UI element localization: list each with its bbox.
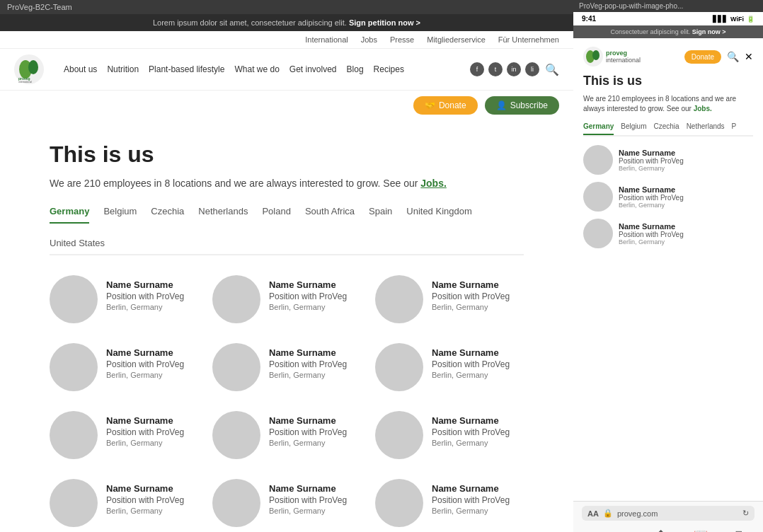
bookmarks-button[interactable]: 📖 — [689, 526, 712, 532]
mobile-member-0: Name Surname Position with ProVeg Berlin… — [583, 145, 753, 175]
member-info: Name Surname Position with ProVeg Berlin… — [269, 479, 347, 515]
nav-plant[interactable]: Plant-based lifestyle — [149, 64, 224, 74]
twitter-icon[interactable]: t — [488, 62, 503, 76]
secondary-nav-item-unternehmen[interactable]: Für Unternehmen — [498, 35, 559, 44]
linkedin-icon[interactable]: li — [525, 62, 539, 76]
mobile-banner: Consectetuer adipiscing elit. Sign now > — [573, 25, 763, 38]
url-display[interactable]: proveg.com — [617, 509, 738, 518]
mobile-member-location: Berlin, Germany — [619, 165, 684, 172]
member-info: Name Surname Position with ProVeg Berlin… — [106, 343, 184, 379]
subscribe-icon: 👤 — [496, 100, 507, 110]
nav-get[interactable]: Get involved — [289, 64, 337, 74]
tab-belgium[interactable]: Belgium — [103, 206, 137, 224]
avatar — [375, 411, 423, 459]
tab-poland[interactable]: Poland — [262, 206, 290, 224]
facebook-icon[interactable]: f — [470, 62, 484, 76]
member-name: Name Surname — [106, 483, 184, 494]
search-icon[interactable]: 🔍 — [545, 63, 559, 76]
member-location: Berlin, Germany — [269, 303, 347, 311]
member-info: Name Surname Position with ProVeg Berlin… — [106, 479, 184, 515]
member-location: Berlin, Germany — [269, 507, 347, 515]
tab-netherlands[interactable]: Netherlands — [198, 206, 248, 224]
mobile-banner-link[interactable]: Sign now > — [692, 28, 726, 35]
mobile-member-name: Name Surname — [619, 222, 684, 231]
member-position: Position with ProVeg — [269, 291, 347, 301]
share-button[interactable]: ⬆ — [652, 526, 670, 532]
nav-blog[interactable]: Blog — [347, 64, 364, 74]
team-member-10: Name Surname Position with ProVeg Berlin… — [212, 479, 361, 527]
team-member-5: Name Surname Position with ProVeg Berlin… — [375, 343, 524, 391]
avatar — [50, 479, 98, 527]
nav-what[interactable]: What we do — [234, 64, 279, 74]
donate-icon: 🤝 — [425, 100, 435, 110]
tab-united-states[interactable]: United States — [50, 238, 105, 254]
mobile-logo[interactable]: proveginternational — [583, 47, 641, 66]
member-position: Position with ProVeg — [269, 359, 347, 369]
member-info: Name Surname Position with ProVeg Berlin… — [432, 343, 510, 379]
svg-point-2 — [28, 60, 38, 74]
avatar — [50, 275, 98, 323]
instagram-icon[interactable]: in — [507, 62, 521, 76]
secondary-nav-item-mitglieder[interactable]: Mitgliederservice — [427, 35, 486, 44]
secondary-nav-item-international[interactable]: International — [305, 35, 348, 44]
mobile-jobs-link[interactable]: Jobs. — [694, 105, 712, 112]
nav-nutrition[interactable]: Nutrition — [107, 64, 139, 74]
team-member-11: Name Surname Position with ProVeg Berlin… — [375, 479, 524, 527]
secondary-nav-item-presse[interactable]: Presse — [390, 35, 414, 44]
member-name: Name Surname — [269, 483, 347, 494]
forward-button[interactable]: › — [621, 527, 633, 533]
tabs-button[interactable]: ⧉ — [731, 527, 747, 533]
mobile-member-location: Berlin, Germany — [619, 202, 684, 209]
back-button[interactable]: ‹ — [589, 527, 601, 533]
logo-area[interactable]: proveg international — [14, 54, 44, 84]
member-position: Position with ProVeg — [106, 495, 184, 505]
banner-text: Lorem ipsum dolor sit amet, consectetuer… — [153, 18, 347, 27]
member-name: Name Surname — [432, 415, 510, 426]
mobile-tab-czechia[interactable]: Czechia — [654, 122, 679, 135]
mobile-tab-germany[interactable]: Germany — [583, 122, 614, 135]
mobile-tab-belgium[interactable]: Belgium — [621, 122, 646, 135]
nav-recipes[interactable]: Recipes — [374, 64, 404, 74]
banner-link[interactable]: Sign petition now > — [349, 18, 420, 27]
mobile-tab-netherlands[interactable]: Netherlands — [687, 122, 725, 135]
subscribe-button[interactable]: 👤 Subscribe — [485, 96, 559, 115]
tab-germany[interactable]: Germany — [50, 206, 89, 224]
mobile-search-icon[interactable]: 🔍 — [727, 51, 739, 62]
mobile-address-bar[interactable]: AA 🔒 proveg.com ↻ — [582, 506, 755, 521]
reload-icon[interactable]: ↻ — [742, 509, 749, 518]
mobile-page-title: This is us — [583, 74, 753, 88]
country-tabs: Germany Belgium Czechia Netherlands Pola… — [50, 206, 524, 255]
jobs-link[interactable]: Jobs. — [420, 178, 447, 189]
tab-south-africa[interactable]: South Africa — [305, 206, 355, 224]
mobile-header: proveginternational Donate 🔍 ✕ — [583, 47, 753, 66]
avatar — [212, 479, 260, 527]
team-member-8: Name Surname Position with ProVeg Berlin… — [375, 411, 524, 459]
member-position: Position with ProVeg — [432, 495, 510, 505]
tab-spain[interactable]: Spain — [369, 206, 392, 224]
nav-links: About us Nutrition Plant-based lifestyle… — [64, 64, 459, 74]
wifi-icon: WiFi — [730, 16, 744, 23]
nav-about[interactable]: About us — [64, 64, 97, 74]
mobile-member-2: Name Surname Position with ProVeg Berlin… — [583, 219, 753, 248]
mobile-close-icon[interactable]: ✕ — [745, 51, 753, 62]
member-name: Name Surname — [269, 347, 347, 358]
page-title: This is us — [50, 141, 524, 168]
member-name: Name Surname — [432, 279, 510, 290]
avatar — [375, 343, 423, 391]
proveg-logo: proveg international — [14, 54, 44, 84]
nav-actions: f t in li 🔍 — [470, 62, 559, 76]
secondary-nav-item-jobs[interactable]: Jobs — [361, 35, 377, 44]
tab-czechia[interactable]: Czechia — [151, 206, 184, 224]
avatar — [212, 275, 260, 323]
mobile-member-name: Name Surname — [619, 185, 684, 194]
mobile-header-actions: Donate 🔍 ✕ — [684, 50, 753, 64]
avatar — [375, 275, 423, 323]
team-member-3: Name Surname Position with ProVeg Berlin… — [50, 343, 198, 391]
donate-button[interactable]: 🤝 Donate — [413, 96, 478, 115]
mobile-time: 9:41 — [582, 15, 596, 23]
mobile-member-name: Name Surname — [619, 149, 684, 157]
mobile-tab-more[interactable]: P — [732, 122, 737, 135]
mobile-donate-button[interactable]: Donate — [684, 50, 721, 64]
mobile-panel: ProVeg-pop-up-with-image-pho... 9:41 ▋▋▋… — [573, 0, 763, 532]
tab-united-kingdom[interactable]: United Kingdom — [406, 206, 472, 224]
